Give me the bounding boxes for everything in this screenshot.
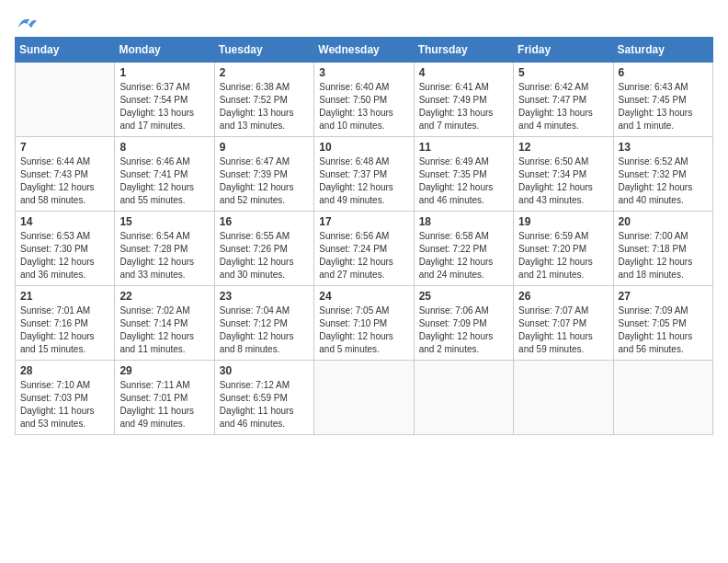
calendar-cell bbox=[613, 361, 712, 435]
day-number: 14 bbox=[20, 215, 109, 228]
calendar-week-row: 1Sunrise: 6:37 AM Sunset: 7:54 PM Daylig… bbox=[16, 63, 713, 137]
day-info: Sunrise: 6:37 AM Sunset: 7:54 PM Dayligh… bbox=[119, 81, 209, 132]
day-info: Sunrise: 6:46 AM Sunset: 7:41 PM Dayligh… bbox=[119, 155, 209, 207]
calendar-cell: 22Sunrise: 7:02 AM Sunset: 7:14 PM Dayli… bbox=[115, 286, 214, 361]
day-header-wednesday: Wednesday bbox=[314, 38, 414, 63]
calendar-cell: 25Sunrise: 7:06 AM Sunset: 7:09 PM Dayli… bbox=[414, 286, 513, 361]
calendar-cell: 21Sunrise: 7:01 AM Sunset: 7:16 PM Dayli… bbox=[16, 286, 115, 361]
calendar-cell: 2Sunrise: 6:38 AM Sunset: 7:52 PM Daylig… bbox=[214, 63, 313, 137]
day-number: 5 bbox=[518, 66, 608, 79]
calendar-week-row: 21Sunrise: 7:01 AM Sunset: 7:16 PM Dayli… bbox=[16, 286, 713, 361]
day-number: 1 bbox=[119, 66, 209, 79]
day-info: Sunrise: 6:58 AM Sunset: 7:22 PM Dayligh… bbox=[419, 230, 508, 282]
day-info: Sunrise: 7:09 AM Sunset: 7:05 PM Dayligh… bbox=[619, 304, 708, 356]
day-info: Sunrise: 7:01 AM Sunset: 7:16 PM Dayligh… bbox=[20, 304, 109, 356]
day-number: 11 bbox=[419, 141, 508, 154]
day-number: 16 bbox=[220, 215, 309, 228]
calendar-cell: 15Sunrise: 6:54 AM Sunset: 7:28 PM Dayli… bbox=[115, 212, 214, 286]
logo-bird-icon bbox=[17, 15, 37, 31]
day-number: 24 bbox=[319, 290, 408, 303]
logo bbox=[15, 15, 37, 28]
day-number: 22 bbox=[119, 290, 209, 303]
calendar-cell: 1Sunrise: 6:37 AM Sunset: 7:54 PM Daylig… bbox=[115, 63, 214, 137]
day-number: 10 bbox=[319, 141, 408, 154]
calendar-cell: 14Sunrise: 6:53 AM Sunset: 7:30 PM Dayli… bbox=[16, 212, 115, 286]
calendar-week-row: 7Sunrise: 6:44 AM Sunset: 7:43 PM Daylig… bbox=[16, 137, 713, 212]
calendar-cell: 26Sunrise: 7:07 AM Sunset: 7:07 PM Dayli… bbox=[514, 286, 613, 361]
calendar-cell: 8Sunrise: 6:46 AM Sunset: 7:41 PM Daylig… bbox=[115, 137, 214, 212]
calendar-cell: 5Sunrise: 6:42 AM Sunset: 7:47 PM Daylig… bbox=[514, 63, 613, 137]
calendar-cell: 18Sunrise: 6:58 AM Sunset: 7:22 PM Dayli… bbox=[414, 212, 513, 286]
calendar-cell: 4Sunrise: 6:41 AM Sunset: 7:49 PM Daylig… bbox=[414, 63, 513, 137]
calendar-cell: 3Sunrise: 6:40 AM Sunset: 7:50 PM Daylig… bbox=[314, 63, 414, 137]
day-info: Sunrise: 6:56 AM Sunset: 7:24 PM Dayligh… bbox=[319, 230, 408, 282]
day-info: Sunrise: 7:06 AM Sunset: 7:09 PM Dayligh… bbox=[419, 304, 508, 356]
calendar-cell bbox=[16, 63, 115, 137]
calendar-table: SundayMondayTuesdayWednesdayThursdayFrid… bbox=[15, 37, 713, 435]
day-info: Sunrise: 6:40 AM Sunset: 7:50 PM Dayligh… bbox=[319, 81, 408, 132]
calendar-week-row: 14Sunrise: 6:53 AM Sunset: 7:30 PM Dayli… bbox=[16, 212, 713, 286]
day-number: 21 bbox=[20, 290, 109, 303]
day-info: Sunrise: 6:48 AM Sunset: 7:37 PM Dayligh… bbox=[319, 155, 408, 207]
calendar-cell bbox=[514, 361, 613, 435]
day-info: Sunrise: 7:07 AM Sunset: 7:07 PM Dayligh… bbox=[518, 304, 608, 356]
day-info: Sunrise: 6:54 AM Sunset: 7:28 PM Dayligh… bbox=[119, 230, 209, 282]
calendar-cell: 27Sunrise: 7:09 AM Sunset: 7:05 PM Dayli… bbox=[613, 286, 712, 361]
day-info: Sunrise: 6:47 AM Sunset: 7:39 PM Dayligh… bbox=[220, 155, 309, 207]
calendar-cell: 7Sunrise: 6:44 AM Sunset: 7:43 PM Daylig… bbox=[16, 137, 115, 212]
day-number: 20 bbox=[619, 215, 708, 228]
day-header-thursday: Thursday bbox=[414, 38, 513, 63]
day-number: 26 bbox=[518, 290, 608, 303]
day-header-sunday: Sunday bbox=[16, 38, 115, 63]
day-info: Sunrise: 7:12 AM Sunset: 6:59 PM Dayligh… bbox=[220, 379, 309, 431]
day-number: 30 bbox=[220, 364, 309, 377]
day-info: Sunrise: 7:10 AM Sunset: 7:03 PM Dayligh… bbox=[20, 379, 109, 431]
calendar-cell: 9Sunrise: 6:47 AM Sunset: 7:39 PM Daylig… bbox=[214, 137, 313, 212]
day-info: Sunrise: 6:43 AM Sunset: 7:45 PM Dayligh… bbox=[619, 81, 708, 132]
day-info: Sunrise: 6:42 AM Sunset: 7:47 PM Dayligh… bbox=[518, 81, 608, 132]
calendar-header-row: SundayMondayTuesdayWednesdayThursdayFrid… bbox=[16, 38, 713, 63]
day-header-friday: Friday bbox=[514, 38, 613, 63]
page-header bbox=[15, 15, 713, 28]
day-header-monday: Monday bbox=[115, 38, 214, 63]
day-number: 9 bbox=[220, 141, 309, 154]
day-info: Sunrise: 6:59 AM Sunset: 7:20 PM Dayligh… bbox=[518, 230, 608, 282]
day-number: 2 bbox=[220, 66, 309, 79]
calendar-cell: 6Sunrise: 6:43 AM Sunset: 7:45 PM Daylig… bbox=[613, 63, 712, 137]
calendar-cell: 19Sunrise: 6:59 AM Sunset: 7:20 PM Dayli… bbox=[514, 212, 613, 286]
day-number: 12 bbox=[518, 141, 608, 154]
calendar-cell: 17Sunrise: 6:56 AM Sunset: 7:24 PM Dayli… bbox=[314, 212, 414, 286]
day-number: 13 bbox=[619, 141, 708, 154]
day-info: Sunrise: 7:00 AM Sunset: 7:18 PM Dayligh… bbox=[619, 230, 708, 282]
calendar-cell: 10Sunrise: 6:48 AM Sunset: 7:37 PM Dayli… bbox=[314, 137, 414, 212]
day-info: Sunrise: 6:55 AM Sunset: 7:26 PM Dayligh… bbox=[220, 230, 309, 282]
day-number: 28 bbox=[20, 364, 109, 377]
calendar-cell: 24Sunrise: 7:05 AM Sunset: 7:10 PM Dayli… bbox=[314, 286, 414, 361]
day-info: Sunrise: 6:44 AM Sunset: 7:43 PM Dayligh… bbox=[20, 155, 109, 207]
day-header-tuesday: Tuesday bbox=[214, 38, 313, 63]
calendar-cell bbox=[414, 361, 513, 435]
day-number: 25 bbox=[419, 290, 508, 303]
day-info: Sunrise: 6:49 AM Sunset: 7:35 PM Dayligh… bbox=[419, 155, 508, 207]
day-info: Sunrise: 6:52 AM Sunset: 7:32 PM Dayligh… bbox=[619, 155, 708, 207]
day-number: 4 bbox=[419, 66, 508, 79]
day-info: Sunrise: 6:38 AM Sunset: 7:52 PM Dayligh… bbox=[220, 81, 309, 132]
day-info: Sunrise: 7:02 AM Sunset: 7:14 PM Dayligh… bbox=[119, 304, 209, 356]
day-info: Sunrise: 6:50 AM Sunset: 7:34 PM Dayligh… bbox=[518, 155, 608, 207]
day-number: 8 bbox=[119, 141, 209, 154]
day-info: Sunrise: 7:04 AM Sunset: 7:12 PM Dayligh… bbox=[220, 304, 309, 356]
day-number: 3 bbox=[319, 66, 408, 79]
day-number: 27 bbox=[619, 290, 708, 303]
calendar-cell: 16Sunrise: 6:55 AM Sunset: 7:26 PM Dayli… bbox=[214, 212, 313, 286]
day-number: 15 bbox=[119, 215, 209, 228]
day-info: Sunrise: 7:11 AM Sunset: 7:01 PM Dayligh… bbox=[119, 379, 209, 431]
calendar-cell: 20Sunrise: 7:00 AM Sunset: 7:18 PM Dayli… bbox=[613, 212, 712, 286]
day-number: 6 bbox=[619, 66, 708, 79]
day-number: 19 bbox=[518, 215, 608, 228]
day-number: 23 bbox=[220, 290, 309, 303]
calendar-cell: 11Sunrise: 6:49 AM Sunset: 7:35 PM Dayli… bbox=[414, 137, 513, 212]
calendar-cell: 29Sunrise: 7:11 AM Sunset: 7:01 PM Dayli… bbox=[115, 361, 214, 435]
calendar-cell: 12Sunrise: 6:50 AM Sunset: 7:34 PM Dayli… bbox=[514, 137, 613, 212]
calendar-cell: 28Sunrise: 7:10 AM Sunset: 7:03 PM Dayli… bbox=[16, 361, 115, 435]
calendar-week-row: 28Sunrise: 7:10 AM Sunset: 7:03 PM Dayli… bbox=[16, 361, 713, 435]
